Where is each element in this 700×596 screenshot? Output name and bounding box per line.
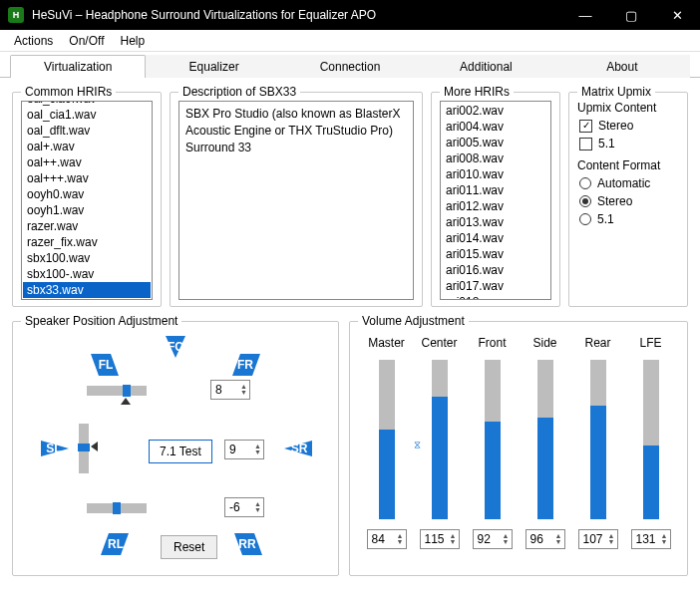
speaker-position-label: Speaker Position Adjustment	[21, 314, 181, 328]
volume-spinner[interactable]: 96▲▼	[525, 529, 565, 549]
list-item[interactable]: ari012.wav	[442, 198, 549, 214]
format-51-radio[interactable]: 5.1	[579, 212, 677, 226]
list-item[interactable]: ari014.wav	[442, 230, 549, 246]
more-hrirs-list[interactable]: ari002.wavari004.wavari005.wavari008.wav…	[440, 101, 551, 300]
content-format-label: Content Format	[577, 158, 679, 172]
list-item[interactable]: ari018.wav	[442, 294, 549, 300]
list-item[interactable]: sbx100-.wav	[23, 266, 151, 282]
list-item[interactable]: ari016.wav	[442, 262, 549, 278]
volume-spinner[interactable]: 107▲▼	[578, 529, 618, 549]
list-item[interactable]: ari015.wav	[442, 246, 549, 262]
list-item[interactable]: ari011.wav	[442, 182, 549, 198]
volume-column: Front92▲▼	[468, 336, 517, 549]
more-hrirs-group: More HRIRs ari002.wavari004.wavari005.wa…	[431, 92, 560, 307]
tab-strip: Virtualization Equalizer Connection Addi…	[0, 54, 700, 78]
list-item[interactable]: ooyh1.wav	[23, 202, 151, 218]
description-group: Description of SBX33 SBX Pro Studio (als…	[170, 92, 423, 307]
list-item[interactable]: oal_dflt.wav	[23, 123, 151, 139]
description-text: SBX Pro Studio (also known as BlasterX A…	[178, 101, 414, 300]
tab-virtualization[interactable]: Virtualization	[10, 55, 146, 78]
center-mark-icon: ⧖	[414, 440, 421, 451]
volume-adjustment-group: Volume Adjustment Master84▲▼Center⧖115▲▼…	[349, 321, 688, 576]
list-item[interactable]: razer.wav	[23, 218, 151, 234]
maximize-button[interactable]: ▢	[608, 0, 654, 30]
list-item[interactable]: oal++.wav	[23, 154, 151, 170]
list-item[interactable]: ari010.wav	[442, 166, 549, 182]
list-item[interactable]: ari005.wav	[442, 135, 549, 150]
test-71-button[interactable]: 7.1 Test	[149, 440, 212, 463]
description-label: Description of SBX33	[178, 85, 300, 99]
side-spinner[interactable]: 9▲▼	[224, 440, 264, 459]
list-item[interactable]: ari002.wav	[442, 103, 549, 119]
volume-column: Master84▲▼	[362, 336, 411, 549]
tab-equalizer[interactable]: Equalizer	[146, 55, 281, 78]
list-item[interactable]: ari013.wav	[442, 214, 549, 230]
menu-bar: Actions On/Off Help	[0, 30, 700, 52]
volume-slider[interactable]	[643, 360, 659, 519]
list-item[interactable]: razer_fix.wav	[23, 234, 151, 250]
close-button[interactable]: ✕	[654, 0, 700, 30]
minimize-button[interactable]: —	[562, 0, 608, 30]
volume-label: LFE	[639, 336, 661, 352]
list-item[interactable]: oal+.wav	[23, 139, 151, 154]
volume-column: Center⧖115▲▼	[415, 336, 464, 549]
menu-onoff[interactable]: On/Off	[61, 32, 112, 50]
format-automatic-radio[interactable]: Automatic	[579, 176, 677, 190]
volume-adjustment-label: Volume Adjustment	[358, 314, 469, 328]
list-item[interactable]: sbx33.wav	[23, 282, 151, 298]
common-hrirs-list[interactable]: oal_cia0.wavoal_cia1.wavoal_dflt.wavoal+…	[21, 101, 153, 300]
volume-slider[interactable]	[537, 360, 553, 519]
speaker-position-group: Speaker Position Adjustment FC FL FR 8▲▼…	[12, 321, 339, 576]
volume-slider[interactable]	[590, 360, 606, 519]
matrix-upmix-group: Matrix Upmix Upmix Content ✓Stereo 5.1 C…	[568, 92, 688, 307]
window-title: HeSuVi – Headphone Surround Virtualizati…	[32, 8, 562, 22]
tab-connection[interactable]: Connection	[282, 55, 418, 78]
volume-column: LFE131▲▼	[626, 336, 675, 549]
list-item[interactable]: ooyh0.wav	[23, 186, 151, 202]
upmix-51-checkbox[interactable]: 5.1	[579, 137, 677, 150]
speaker-sr-icon[interactable]: SR	[282, 438, 312, 459]
reset-button[interactable]: Reset	[161, 535, 217, 559]
volume-label: Rear	[584, 336, 610, 352]
rear-slider[interactable]	[87, 503, 147, 513]
more-hrirs-label: More HRIRs	[440, 85, 514, 99]
volume-spinner[interactable]: 115▲▼	[420, 529, 460, 549]
volume-label: Side	[532, 336, 556, 352]
speaker-fr-icon[interactable]: FR	[230, 354, 260, 376]
common-hrirs-label: Common HRIRs	[21, 85, 116, 99]
front-spinner[interactable]: 8▲▼	[210, 380, 250, 400]
volume-label: Center	[421, 336, 457, 352]
list-item[interactable]: oal_cia1.wav	[23, 107, 151, 123]
rear-spinner[interactable]: -6▲▼	[224, 497, 264, 517]
app-icon: H	[8, 7, 24, 23]
volume-spinner[interactable]: 84▲▼	[367, 529, 407, 549]
volume-spinner[interactable]: 92▲▼	[473, 529, 513, 549]
list-item[interactable]: oal+++.wav	[23, 170, 151, 186]
front-slider[interactable]	[87, 386, 147, 396]
volume-column: Side96▲▼	[521, 336, 569, 549]
volume-slider[interactable]	[485, 360, 501, 519]
volume-slider[interactable]	[379, 360, 395, 519]
common-hrirs-group: Common HRIRs oal_cia0.wavoal_cia1.wavoal…	[12, 92, 162, 307]
volume-slider[interactable]: ⧖	[432, 360, 448, 519]
list-item[interactable]: ari008.wav	[442, 150, 549, 166]
list-item[interactable]: ari004.wav	[442, 119, 549, 135]
speaker-rl-icon[interactable]: RL	[101, 533, 131, 555]
speaker-fl-icon[interactable]: FL	[91, 354, 121, 376]
speaker-fc-icon[interactable]: FC	[161, 336, 190, 358]
tab-about[interactable]: About	[554, 55, 690, 78]
tab-additional[interactable]: Additional	[418, 55, 553, 78]
list-item[interactable]: sbx100.wav	[23, 250, 151, 266]
volume-spinner[interactable]: 131▲▼	[631, 529, 671, 549]
matrix-upmix-label: Matrix Upmix	[577, 85, 655, 99]
speaker-sl-icon[interactable]: SL	[41, 438, 71, 459]
menu-actions[interactable]: Actions	[6, 32, 61, 50]
list-item[interactable]: ari017.wav	[442, 278, 549, 294]
format-stereo-radio[interactable]: Stereo	[579, 194, 677, 208]
side-slider[interactable]	[79, 424, 89, 473]
upmix-stereo-checkbox[interactable]: ✓Stereo	[579, 119, 677, 133]
title-bar: H HeSuVi – Headphone Surround Virtualiza…	[0, 0, 700, 30]
menu-help[interactable]: Help	[113, 32, 154, 50]
upmix-content-label: Upmix Content	[577, 101, 679, 115]
speaker-rr-icon[interactable]: RR	[232, 533, 262, 555]
